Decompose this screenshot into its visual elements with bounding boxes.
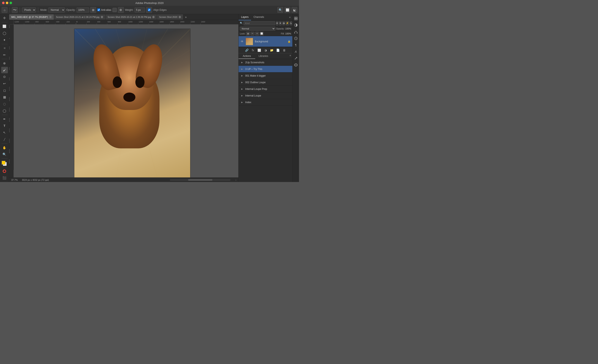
tab-close-btn[interactable]: × xyxy=(101,16,103,18)
close-button[interactable] xyxy=(2,2,5,4)
action-002-outline-loupe[interactable]: ▶ 002 Outline Loupe xyxy=(239,79,292,86)
screen-mode-tool[interactable]: ⬛ xyxy=(1,175,8,181)
quick-mask-tool[interactable]: ⭕ xyxy=(1,168,8,174)
layer-background[interactable]: 👁 Background 🔒 xyxy=(239,36,292,47)
home-button[interactable]: ⌂ xyxy=(2,7,8,13)
add-mask-button[interactable]: ⬜ xyxy=(257,48,262,53)
transform-panel-icon[interactable] xyxy=(293,56,299,61)
action-expand-icon[interactable]: ▶ xyxy=(241,88,244,90)
action-2up-screenshots[interactable]: ▶ 2Up Screenshots xyxy=(239,59,292,66)
screen-mode-button[interactable]: ⬜ xyxy=(284,7,290,13)
layers-search-input[interactable] xyxy=(244,21,275,25)
history-panel-icon[interactable] xyxy=(293,36,299,41)
color-swatches[interactable] xyxy=(1,161,8,167)
hand-tool[interactable]: ✋ xyxy=(1,145,8,151)
tab-screenshot3[interactable]: Screen Shot 2020 × xyxy=(157,14,183,20)
delete-layer-button[interactable]: 🗑 xyxy=(282,48,287,53)
lasso-tool[interactable]: ◯ xyxy=(1,30,8,36)
path-select-tool[interactable]: ↖ xyxy=(1,129,8,136)
gradient-tool[interactable]: ▦ xyxy=(1,94,8,100)
tab-libraries[interactable]: Libraries xyxy=(255,53,272,59)
layer-visibility-eye[interactable]: 👁 xyxy=(240,40,244,43)
tab-img3400[interactable]: IMG_3400.HEIC @ 37.7% (RGB/8*) × xyxy=(9,14,54,20)
maximize-button[interactable] xyxy=(9,2,12,4)
layer-color-filter[interactable]: ◑ xyxy=(282,21,285,25)
action-3up-try-this[interactable]: ▶ 3 UP – Try This xyxy=(239,66,292,73)
move-tool[interactable]: ✢ xyxy=(1,15,8,21)
lock-position[interactable]: ✢ xyxy=(255,32,259,35)
history-brush-tool[interactable]: ↩ xyxy=(1,81,8,87)
status-arrow[interactable]: › xyxy=(235,179,236,181)
link-layers-button[interactable]: 🔗 xyxy=(245,48,249,53)
zoom-tool[interactable]: 🔍 xyxy=(1,151,8,158)
lock-image-pixels[interactable]: ✏ xyxy=(251,32,254,35)
canvas-content[interactable] xyxy=(14,24,238,178)
tab-channels[interactable]: Channels xyxy=(251,14,267,20)
antialias-checkbox[interactable] xyxy=(97,8,100,11)
brush-stroke-button[interactable]: 〜 xyxy=(12,7,18,13)
scrollbar-thumb[interactable] xyxy=(188,179,212,181)
paths-panel-icon[interactable] xyxy=(293,29,299,34)
pen-tool[interactable]: ✒ xyxy=(1,116,8,122)
shape-tool[interactable]: ╱ xyxy=(1,136,8,143)
scrollbar-track[interactable] xyxy=(170,179,231,181)
tab-close-btn[interactable]: × xyxy=(152,16,155,18)
layer-effect-filter[interactable]: fx xyxy=(290,21,292,25)
tab-screenshot1[interactable]: Screen Shot 2020-10-21 at 2.30.24 PM.jpg… xyxy=(54,14,106,20)
document-canvas[interactable] xyxy=(74,29,191,178)
search-button[interactable]: 🔍 xyxy=(277,7,283,13)
antialias-toggle[interactable]: Anti-alias xyxy=(97,8,111,11)
type-tool[interactable]: T xyxy=(1,123,8,129)
lock-artboard[interactable]: ⬜ xyxy=(260,32,264,35)
crop-tool[interactable]: ⌗ xyxy=(1,45,8,51)
tab-close-btn[interactable]: × xyxy=(49,16,52,18)
minimize-button[interactable] xyxy=(6,2,8,4)
marquee-tool[interactable]: ⬜ xyxy=(1,23,8,30)
tab-close-btn[interactable]: × xyxy=(179,16,181,18)
clone-tool[interactable]: ⊙ xyxy=(1,74,8,80)
action-index[interactable]: ▶ Index xyxy=(239,99,292,106)
action-expand-icon[interactable]: ▶ xyxy=(241,74,244,77)
weight-input[interactable] xyxy=(134,8,145,12)
action-internal-loupe[interactable]: ▶ Internal Loupe xyxy=(239,92,292,99)
tab-layers[interactable]: Layers xyxy=(239,14,251,20)
new-adjustment-button[interactable]: ◑ xyxy=(263,48,268,53)
lock-transparent-pixels[interactable]: ▦ xyxy=(246,32,250,35)
adjustments-icon[interactable] xyxy=(293,22,299,28)
healing-tool[interactable]: ⊕ xyxy=(1,60,8,66)
more-tabs-button[interactable]: » xyxy=(183,14,188,20)
opacity-icon[interactable]: ⊞ xyxy=(90,7,96,13)
units-select[interactable]: Pixels xyxy=(22,8,36,12)
magic-wand-tool[interactable]: ✦ xyxy=(1,37,8,43)
mode-select[interactable]: Normal xyxy=(48,8,65,12)
layer-attribute-filter[interactable]: ★ xyxy=(279,21,282,25)
action-expand-icon[interactable]: ▶ xyxy=(241,81,244,84)
properties-icon[interactable] xyxy=(293,16,299,21)
opacity-input[interactable] xyxy=(77,8,89,12)
eyedropper-tool[interactable]: ✏ xyxy=(1,52,8,58)
action-expand-icon[interactable]: ▶ xyxy=(241,94,244,97)
add-effect-button[interactable]: fx xyxy=(251,48,255,53)
layer-smart-filter[interactable]: ⚡ xyxy=(286,21,289,25)
action-001-make-bigger[interactable]: ▶ 001 Make it bigger xyxy=(239,73,292,79)
action-expand-icon[interactable]: ▶ xyxy=(241,61,244,64)
tab-actions[interactable]: Actions xyxy=(239,53,255,59)
brush-tool[interactable]: 🖌 xyxy=(1,67,8,73)
blend-mode-select[interactable]: Normal xyxy=(240,27,275,31)
new-layer-button[interactable]: 📄 xyxy=(276,48,280,53)
brush-preview[interactable] xyxy=(113,8,117,12)
tab-screenshot2[interactable]: Screen Shot 2020-10-21 at 2.39.39 PM.jpg… xyxy=(106,14,157,20)
panel-collapse[interactable]: ≡ xyxy=(287,14,292,20)
new-group-button[interactable]: 📁 xyxy=(270,48,274,53)
foreground-color-swatch[interactable] xyxy=(2,161,5,165)
character-panel-icon[interactable]: A xyxy=(293,49,299,54)
action-expand-icon[interactable]: ▶ xyxy=(241,101,244,104)
action-expand-icon[interactable]: ▶ xyxy=(241,68,244,71)
paragraph-panel-icon[interactable]: ¶ xyxy=(293,42,299,48)
eraser-tool[interactable]: ◻ xyxy=(1,87,8,94)
blur-tool[interactable]: ◌ xyxy=(1,101,8,107)
align-edges-checkbox[interactable] xyxy=(146,7,152,13)
3d-panel-icon[interactable] xyxy=(293,62,299,68)
settings-icon[interactable]: ⚙ xyxy=(118,7,124,13)
actions-menu-button[interactable]: ≡ xyxy=(288,53,292,57)
